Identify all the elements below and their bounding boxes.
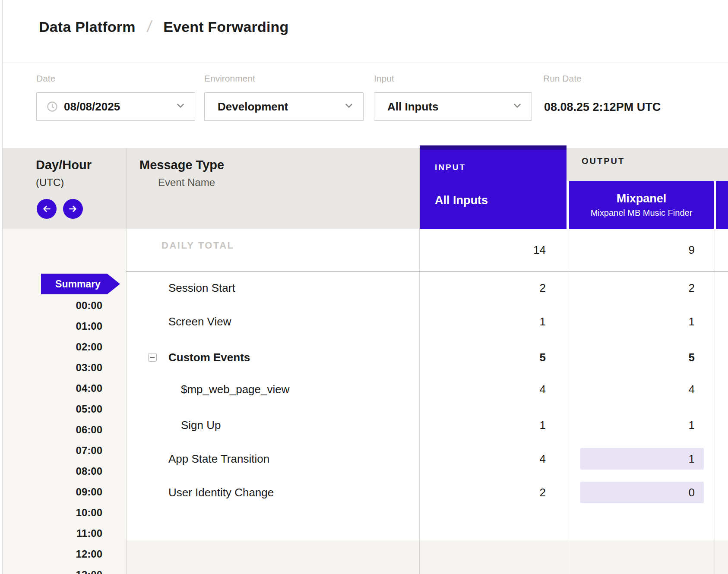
input-count: 2 [432, 278, 546, 298]
column-divider [568, 229, 568, 574]
daily-total-label: DAILY TOTAL [161, 240, 234, 251]
event-name-subheader: Event Name [158, 177, 215, 189]
input-value: All Inputs [387, 100, 438, 114]
hour-item[interactable]: 06:00 [26, 419, 102, 440]
daily-total-input-count: 14 [432, 240, 546, 260]
column-divider [419, 148, 420, 574]
summary-label: Summary [55, 278, 101, 290]
header-block-gap [567, 181, 569, 229]
input-count: 1 [432, 311, 546, 332]
chevron-down-icon [512, 100, 523, 113]
chevron-down-icon [175, 100, 186, 113]
output-column-name: Mixpanel [617, 192, 667, 205]
hour-item[interactable]: 00:00 [26, 295, 102, 316]
environment-dropdown[interactable]: Development [204, 92, 364, 121]
page-left-border [2, 0, 3, 574]
date-dropdown[interactable]: 08/08/2025 [36, 92, 195, 121]
output-count: 1 [581, 311, 695, 332]
input-count: 2 [432, 482, 546, 503]
date-filter-label: Date [36, 73, 55, 84]
input-count: 5 [432, 347, 546, 368]
environment-filter-label: Environment [204, 73, 255, 84]
output-column-subtitle: Mixpanel MB Music Finder [591, 208, 693, 218]
hour-item[interactable]: 08:00 [26, 461, 102, 482]
summary-arrow-point [107, 274, 120, 294]
top-bar: Data Platform / Event Forwarding [3, 0, 728, 63]
breadcrumb-page: Event Forwarding [163, 19, 288, 35]
breadcrumb: Data Platform / Event Forwarding [39, 18, 288, 36]
column-divider [715, 229, 715, 574]
clock-icon [46, 101, 58, 113]
next-output-column-header [716, 181, 728, 229]
chevron-down-icon [343, 100, 355, 113]
output-count: 5 [581, 347, 695, 368]
breadcrumb-separator: / [146, 18, 153, 36]
hour-item[interactable]: 02:00 [26, 337, 102, 357]
output-count: 2 [581, 278, 695, 298]
input-column-name: All Inputs [435, 194, 488, 207]
event-row-name: $mp_web_page_view [181, 379, 290, 400]
summary-selector[interactable]: Summary [41, 274, 120, 294]
date-value: 08/08/2025 [64, 100, 120, 114]
breadcrumb-section[interactable]: Data Platform [39, 19, 136, 35]
hour-item[interactable]: 05:00 [26, 399, 102, 419]
input-dropdown[interactable]: All Inputs [374, 92, 532, 121]
hour-item[interactable]: 07:00 [26, 440, 102, 461]
hour-item[interactable]: 01:00 [26, 316, 102, 337]
message-type-header: Message Type [139, 158, 224, 172]
event-row-name: User Identity Change [168, 482, 274, 503]
output-count: 1 [581, 415, 695, 435]
output-group-label: OUTPUT [582, 156, 625, 166]
run-date-value: 08.08.25 2:12PM UTC [544, 101, 661, 114]
arrow-left-icon [41, 203, 52, 214]
output-column-header[interactable]: Mixpanel Mixpanel MB Music Finder [569, 181, 714, 229]
event-row-name: Custom Events [168, 347, 250, 368]
hour-item[interactable]: 13:00 [26, 565, 102, 574]
hour-item[interactable]: 03:00 [26, 357, 102, 378]
hour-item[interactable]: 10:00 [26, 502, 102, 523]
event-row-name: Sign Up [181, 415, 221, 435]
output-count: 1 [581, 448, 695, 469]
next-day-button[interactable] [63, 199, 83, 219]
daily-total-divider [126, 271, 728, 272]
table-footer-area [126, 540, 728, 574]
input-count: 4 [432, 379, 546, 400]
input-column-accent-cap [420, 145, 567, 150]
input-group-label: INPUT [435, 163, 466, 172]
day-hour-header: Day/Hour [36, 158, 92, 172]
hour-item[interactable]: 09:00 [26, 482, 102, 502]
environment-value: Development [218, 100, 288, 114]
event-row-name: Session Start [168, 278, 235, 298]
event-row-name: App State Transition [168, 448, 269, 469]
hour-item[interactable]: 11:00 [26, 523, 102, 544]
column-divider [126, 148, 127, 574]
arrow-right-icon [67, 203, 79, 214]
previous-day-button[interactable] [37, 199, 57, 219]
input-filter-label: Input [374, 73, 394, 84]
output-count: 0 [581, 482, 695, 503]
hour-item[interactable]: 04:00 [26, 378, 102, 399]
event-row-name: Screen View [168, 311, 231, 332]
input-count: 1 [432, 415, 546, 435]
output-count: 4 [581, 379, 695, 400]
collapse-toggle-icon[interactable] [148, 353, 157, 362]
day-hour-timezone: (UTC) [36, 177, 64, 189]
daily-total-output-count: 9 [581, 240, 695, 260]
input-column-header[interactable]: INPUT All Inputs [420, 145, 567, 229]
input-count: 4 [432, 448, 546, 469]
run-date-label: Run Date [543, 73, 582, 84]
hour-item[interactable]: 12:00 [26, 544, 102, 565]
